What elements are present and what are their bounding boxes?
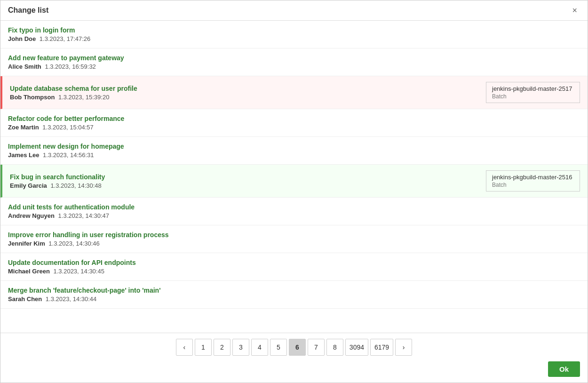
change-item-left: Refactor code for better performanceZoe … (8, 115, 124, 131)
change-timestamp: 1.3.2023, 14:30:46 (47, 240, 100, 247)
change-author: Jennifer Kim (8, 240, 45, 247)
page-button[interactable]: 3 (232, 339, 249, 356)
change-author: John Doe (8, 35, 36, 42)
change-author: James Lee (8, 152, 40, 159)
ok-button[interactable]: Ok (548, 361, 580, 377)
change-meta: Michael Green 1.3.2023, 14:30:45 (8, 268, 136, 275)
change-title[interactable]: Improve error handling in user registrat… (8, 231, 169, 239)
change-list-dialog: Change list × Fix typo in login formJohn… (0, 0, 588, 383)
dialog-header: Change list × (0, 0, 588, 21)
change-list-body: Fix typo in login formJohn Doe 1.3.2023,… (0, 21, 588, 333)
change-title[interactable]: Update database schema for user profile (10, 85, 137, 92)
change-item-left: Merge branch 'feature/checkout-page' int… (8, 287, 161, 303)
change-meta: John Doe 1.3.2023, 17:47:26 (8, 35, 90, 42)
change-item-left: Update database schema for user profileB… (10, 85, 137, 101)
pagination-prev[interactable]: ‹ (176, 339, 193, 356)
change-author: Michael Green (8, 268, 50, 275)
change-item-left: Add unit tests for authentication module… (8, 203, 135, 219)
change-timestamp: 1.3.2023, 15:39:20 (56, 94, 109, 101)
dialog-title: Change list (8, 6, 48, 15)
pagination-next[interactable]: › (395, 339, 412, 356)
batch-label: Batch (492, 182, 574, 188)
batch-tag: jenkins-pkgbuild-master-2517Batch (486, 82, 580, 103)
change-timestamp: 1.3.2023, 15:04:57 (41, 124, 94, 131)
change-meta: Emily Garcia 1.3.2023, 14:30:48 (10, 182, 105, 189)
change-meta: Zoe Martin 1.3.2023, 15:04:57 (8, 124, 124, 131)
change-meta: Jennifer Kim 1.3.2023, 14:30:46 (8, 240, 169, 247)
change-item-left: Update documentation for API endpointsMi… (8, 259, 136, 275)
page-button[interactable]: 2 (214, 339, 230, 356)
change-item-left: Implement new design for homepageJames L… (8, 143, 124, 159)
close-button[interactable]: × (569, 5, 580, 16)
page-button[interactable]: 5 (270, 339, 287, 356)
change-meta: Andrew Nguyen 1.3.2023, 14:30:47 (8, 212, 135, 219)
change-author: Sarah Chen (8, 295, 42, 303)
list-item: Fix bug in search functionalityEmily Gar… (0, 165, 588, 198)
list-item: Fix typo in login formJohn Doe 1.3.2023,… (0, 21, 588, 48)
list-item: Update database schema for user profileB… (0, 76, 588, 109)
page-button[interactable]: 3094 (345, 339, 368, 356)
change-meta: Sarah Chen 1.3.2023, 14:30:44 (8, 295, 161, 303)
change-timestamp: 1.3.2023, 14:30:44 (44, 295, 96, 303)
change-title[interactable]: Refactor code for better performance (8, 115, 124, 122)
change-timestamp: 1.3.2023, 17:47:26 (38, 35, 90, 42)
change-title[interactable]: Implement new design for homepage (8, 143, 124, 150)
page-button[interactable]: 6 (289, 339, 306, 356)
page-button[interactable]: 8 (326, 339, 343, 356)
change-item-left: Fix typo in login formJohn Doe 1.3.2023,… (8, 26, 90, 42)
page-button[interactable]: 6179 (370, 339, 393, 356)
page-button[interactable]: 1 (195, 339, 212, 356)
batch-label: Batch (492, 93, 574, 100)
change-item-left: Fix bug in search functionalityEmily Gar… (10, 173, 105, 189)
change-meta: Bob Thompson 1.3.2023, 15:39:20 (10, 94, 137, 101)
list-item: Update documentation for API endpointsMi… (0, 253, 588, 281)
change-meta: Alice Smith 1.3.2023, 16:59:32 (8, 63, 124, 70)
change-author: Emily Garcia (10, 182, 47, 189)
change-title[interactable]: Update documentation for API endpoints (8, 259, 136, 266)
pagination: ‹ 1234567830946179› (8, 339, 580, 356)
change-title[interactable]: Add unit tests for authentication module (8, 203, 135, 211)
change-timestamp: 1.3.2023, 14:56:31 (41, 152, 94, 159)
list-item: Add unit tests for authentication module… (0, 198, 588, 225)
batch-tag: jenkins-pkgbuild-master-2516Batch (486, 170, 580, 192)
change-title[interactable]: Fix bug in search functionality (10, 173, 105, 181)
change-author: Bob Thompson (10, 94, 55, 101)
dialog-footer: ‹ 1234567830946179› Ok (0, 333, 588, 383)
list-item: Merge branch 'feature/checkout-page' int… (0, 281, 588, 309)
list-item: Refactor code for better performanceZoe … (0, 109, 588, 137)
change-timestamp: 1.3.2023, 14:30:47 (56, 212, 109, 219)
change-title[interactable]: Add new feature to payment gateway (8, 54, 124, 62)
change-title[interactable]: Merge branch 'feature/checkout-page' int… (8, 287, 161, 294)
change-author: Zoe Martin (8, 124, 39, 131)
change-timestamp: 1.3.2023, 14:30:45 (52, 268, 104, 275)
change-title[interactable]: Fix typo in login form (8, 26, 90, 34)
change-author: Alice Smith (8, 63, 41, 70)
list-item: Improve error handling in user registrat… (0, 225, 588, 253)
change-item-left: Improve error handling in user registrat… (8, 231, 169, 247)
change-timestamp: 1.3.2023, 14:30:48 (49, 182, 102, 189)
change-item-left: Add new feature to payment gatewayAlice … (8, 54, 124, 70)
change-timestamp: 1.3.2023, 16:59:32 (43, 63, 96, 70)
page-button[interactable]: 7 (308, 339, 325, 356)
list-item: Implement new design for homepageJames L… (0, 137, 588, 165)
change-author: Andrew Nguyen (8, 212, 55, 219)
change-meta: James Lee 1.3.2023, 14:56:31 (8, 152, 124, 159)
list-item: Add new feature to payment gatewayAlice … (0, 48, 588, 76)
page-button[interactable]: 4 (251, 339, 268, 356)
